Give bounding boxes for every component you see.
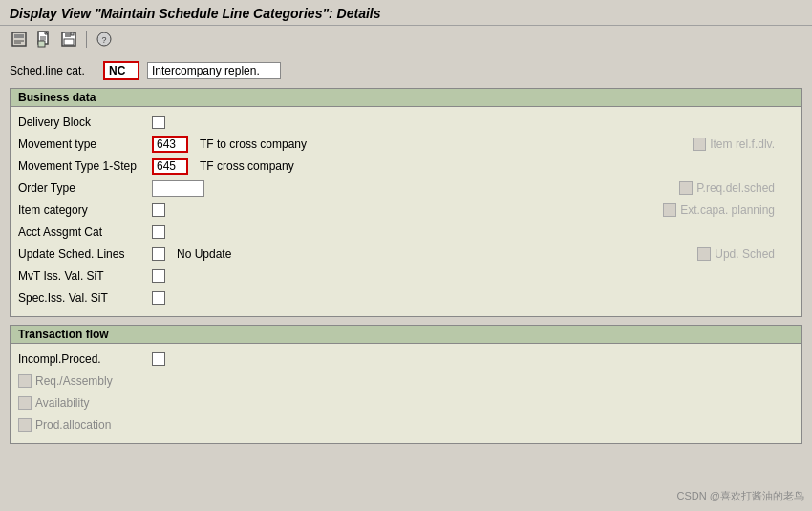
transaction-flow-section: Transaction flow Incompl.Proced. Req./As… xyxy=(10,325,802,444)
svg-rect-8 xyxy=(38,41,45,47)
acct-assgmt-checkbox[interactable] xyxy=(152,225,165,239)
req-assembly-row: Req./Assembly xyxy=(18,372,794,391)
watermark: CSDN @喜欢打酱油的老鸟 xyxy=(677,489,804,503)
item-category-row: Item category Ext.capa. planning xyxy=(18,201,794,220)
toolbar-icon-4[interactable]: ? xyxy=(95,30,114,49)
order-type-label: Order Type xyxy=(18,181,152,195)
movement-type-1step-label: Movement Type 1-Step xyxy=(18,160,152,173)
update-sched-label: Update Sched. Lines xyxy=(18,247,152,261)
incompl-proced-checkbox[interactable] xyxy=(152,352,165,366)
transaction-flow-title: Transaction flow xyxy=(11,326,801,344)
availability-label: Availability xyxy=(35,396,89,410)
incompl-proced-label: Incompl.Proced. xyxy=(18,352,152,366)
availability-checkbox[interactable] xyxy=(18,396,32,410)
title-bar: Display View "Maintain Schedule Line Cat… xyxy=(0,0,812,26)
business-data-section: Business data Delivery Block Movement ty… xyxy=(10,88,802,317)
item-rel-label: Item rel.f.dlv. xyxy=(710,138,775,151)
item-rel-checkbox[interactable] xyxy=(693,138,706,151)
acct-assgmt-row: Acct Assgmt Cat xyxy=(18,223,794,242)
spec-iss-label: Spec.Iss. Val. SiT xyxy=(18,291,152,305)
delivery-block-label: Delivery Block xyxy=(18,116,152,129)
svg-rect-1 xyxy=(14,34,24,38)
sched-line-cat-input[interactable] xyxy=(103,61,139,80)
sched-line-label: Sched.line cat. xyxy=(10,64,96,77)
mvt-iss-checkbox[interactable] xyxy=(152,269,165,283)
preq-del-sched-checkbox[interactable] xyxy=(679,181,693,195)
page-title: Display View "Maintain Schedule Line Cat… xyxy=(10,6,381,21)
item-category-checkbox[interactable] xyxy=(152,203,165,217)
availability-row: Availability xyxy=(18,394,794,413)
upd-sched-checkbox[interactable] xyxy=(697,247,711,261)
svg-text:?: ? xyxy=(101,35,106,45)
movement-type-secondary-label: TF to cross company xyxy=(200,138,307,151)
spec-iss-row: Spec.Iss. Val. SiT xyxy=(18,288,794,308)
toolbar-icon-3[interactable] xyxy=(59,30,78,49)
delivery-block-row: Delivery Block xyxy=(18,113,794,132)
sched-line-desc-input[interactable] xyxy=(147,62,281,79)
sched-line-row: Sched.line cat. xyxy=(10,61,802,80)
toolbar-separator xyxy=(86,31,87,48)
req-assembly-label: Req./Assembly xyxy=(35,374,113,388)
incompl-proced-row: Incompl.Proced. xyxy=(18,350,794,369)
business-data-title: Business data xyxy=(11,89,801,107)
movement-type-row: Movement type TF to cross company Item r… xyxy=(18,135,794,154)
movement-type-1step-input[interactable] xyxy=(152,158,188,175)
ext-capa-checkbox[interactable] xyxy=(663,203,676,217)
toolbar: ? xyxy=(0,26,812,53)
upd-sched-label: Upd. Sched xyxy=(715,247,775,261)
toolbar-icon-1[interactable] xyxy=(10,30,29,49)
delivery-block-checkbox[interactable] xyxy=(152,116,165,129)
movement-type-1step-secondary-label: TF cross company xyxy=(200,160,294,173)
preq-del-sched-label: P.req.del.sched xyxy=(696,181,775,195)
acct-assgmt-label: Acct Assgmt Cat xyxy=(18,225,152,239)
ext-capa-label: Ext.capa. planning xyxy=(680,203,775,217)
movement-type-input[interactable] xyxy=(152,136,188,153)
no-update-label: No Update xyxy=(177,247,231,261)
req-assembly-checkbox[interactable] xyxy=(18,374,32,388)
movement-type-1step-row: Movement Type 1-Step TF cross company xyxy=(18,157,794,176)
prod-allocation-checkbox[interactable] xyxy=(18,418,32,432)
item-category-label: Item category xyxy=(18,203,152,217)
order-type-row: Order Type P.req.del.sched xyxy=(18,179,794,198)
prod-allocation-row: Prod.allocation xyxy=(18,415,794,435)
spec-iss-checkbox[interactable] xyxy=(152,291,165,305)
svg-rect-10 xyxy=(65,32,71,37)
update-sched-row: Update Sched. Lines No Update Upd. Sched xyxy=(18,245,794,264)
update-sched-checkbox[interactable] xyxy=(152,247,165,261)
mvt-iss-label: MvT Iss. Val. SiT xyxy=(18,269,152,283)
main-content: Sched.line cat. Business data Delivery B… xyxy=(0,53,812,459)
svg-rect-11 xyxy=(71,32,74,35)
transaction-flow-body: Incompl.Proced. Req./Assembly Availabili… xyxy=(11,344,801,443)
prod-allocation-label: Prod.allocation xyxy=(35,418,111,432)
movement-type-label: Movement type xyxy=(18,138,152,151)
mvt-iss-row: MvT Iss. Val. SiT xyxy=(18,266,794,286)
order-type-input[interactable] xyxy=(152,180,204,197)
business-data-body: Delivery Block Movement type TF to cross… xyxy=(11,107,801,316)
toolbar-icon-2[interactable] xyxy=(34,30,53,49)
